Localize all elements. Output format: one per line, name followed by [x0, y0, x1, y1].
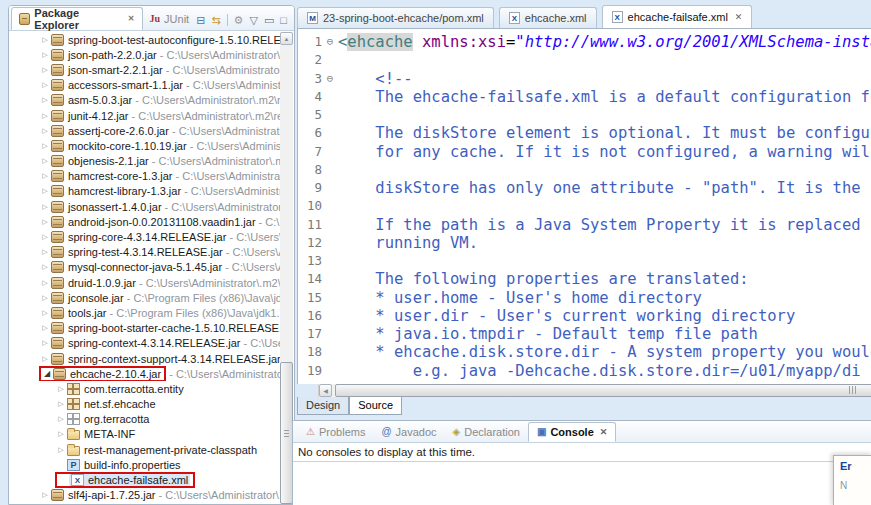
tree-item[interactable]: ▷spring-boot-test-autoconfigure-1.5.10.R…: [9, 32, 280, 47]
code-line[interactable]: 8: [298, 161, 871, 179]
editor-hscrollbar-track[interactable]: [332, 384, 871, 397]
expander-icon[interactable]: ▷: [39, 308, 51, 318]
tree-item[interactable]: ▷jsonassert-1.4.0.jar - C:\Users\Adminis…: [9, 199, 280, 214]
code-line[interactable]: 14 The following properties are translat…: [298, 270, 871, 288]
expander-icon[interactable]: ◢: [41, 369, 53, 379]
tree-item[interactable]: ▷objenesis-2.1.jar - C:\Users\Administra…: [9, 154, 280, 169]
expander-icon[interactable]: ▷: [39, 490, 51, 500]
code-line[interactable]: 13: [298, 252, 871, 270]
code-line[interactable]: 16 * user.dir - User's current working d…: [298, 307, 871, 325]
tree-item[interactable]: ▷spring-context-4.3.14.RELEASE.jar - C:\…: [9, 336, 280, 351]
tree-item[interactable]: build-info.properties: [9, 457, 280, 472]
expander-icon[interactable]: ▷: [39, 95, 51, 105]
tree-item[interactable]: ▷rest-management-private-classpath: [9, 442, 280, 457]
collapse-all-icon[interactable]: ⊟: [196, 15, 205, 26]
expander-icon[interactable]: ▷: [55, 384, 67, 394]
expander-icon[interactable]: ▷: [39, 278, 51, 288]
code-line[interactable]: 9 diskStore has only one attribute - "pa…: [298, 179, 871, 197]
tree-item[interactable]: ▷spring-test-4.3.14.RELEASE.jar - C:\Use…: [9, 245, 280, 260]
close-icon[interactable]: ✕: [600, 427, 608, 437]
code-line[interactable]: 1⊖<ehcache xmlns:xsi="http://www.w3.org/…: [298, 33, 871, 51]
tree-item[interactable]: ▷net.sf.ehcache: [9, 397, 280, 412]
tree-item[interactable]: [9, 503, 280, 504]
tree-item[interactable]: ▷druid-1.0.9.jar - C:\Users\Administrato…: [9, 275, 280, 290]
tree-item[interactable]: ▷mockito-core-1.10.19.jar - C:\Users\Adm…: [9, 138, 280, 153]
expander-icon[interactable]: ▷: [55, 414, 67, 424]
tree-item[interactable]: ▷com.terracotta.entity: [9, 381, 280, 396]
expander-icon[interactable]: ▷: [39, 293, 51, 303]
code-line[interactable]: 5: [298, 106, 871, 124]
expander-icon[interactable]: ▷: [39, 232, 51, 242]
tree-item[interactable]: ▷tools.jar - C:\Program Files (x86)\Java…: [9, 305, 280, 320]
code-line[interactable]: 19 e.g. java -Dehcache.disk.store.dir=/u…: [298, 362, 871, 380]
tree-item[interactable]: ▷hamcrest-library-1.3.jar - C:\Users\Adm…: [9, 184, 280, 199]
tree-item[interactable]: ▷junit-4.12.jar - C:\Users\Administrator…: [9, 108, 280, 123]
code-line[interactable]: 2: [298, 51, 871, 69]
code-line[interactable]: 4 The ehcache-failsafe.xml is a default …: [298, 88, 871, 106]
tab-design[interactable]: Design: [297, 397, 349, 415]
minimize-icon[interactable]: ▭: [264, 15, 274, 26]
expander-icon[interactable]: ▷: [39, 202, 51, 212]
tree-item[interactable]: ▷hamcrest-core-1.3.jar - C:\Users\Admini…: [9, 169, 280, 184]
editor-tab[interactable]: M23-spring-boot-ehcache/pom.xml: [297, 7, 494, 28]
tree-item[interactable]: ▷slf4j-api-1.7.25.jar - C:\Users\Adminis…: [9, 488, 280, 503]
expander-icon[interactable]: ▷: [39, 354, 51, 364]
expander-icon[interactable]: ▷: [39, 186, 51, 196]
code-line[interactable]: 17 * java.io.tmpdir - Default temp file …: [298, 325, 871, 343]
code-line[interactable]: 18 * ehcache.disk.store.dir - A system p…: [298, 343, 871, 361]
tab-package-explorer[interactable]: Package Explorer ✕: [11, 7, 143, 30]
notification-popup[interactable]: Er N: [833, 455, 871, 505]
editor-hscrollbar[interactable]: ◀: [318, 384, 871, 397]
expander-icon[interactable]: ▷: [39, 323, 51, 333]
expander-icon[interactable]: ▷: [39, 156, 51, 166]
code-line[interactable]: 3⊖ <!--: [298, 70, 871, 88]
expander-icon[interactable]: ▷: [55, 429, 67, 439]
tab-source[interactable]: Source: [349, 397, 402, 415]
tree-item[interactable]: ▷META-INF: [9, 427, 280, 442]
tree-item[interactable]: ▷spring-context-support-4.3.14.RELEASE.j…: [9, 351, 280, 366]
link-with-editor-icon[interactable]: ⇆: [211, 15, 220, 26]
expander-icon[interactable]: ▷: [39, 126, 51, 136]
expander-icon[interactable]: ▷: [39, 111, 51, 121]
code-line[interactable]: 11 If the path is a Java System Property…: [298, 216, 871, 234]
tab-problems[interactable]: ⚠Problems: [298, 422, 373, 442]
editor-hscrollbar-thumb[interactable]: [335, 384, 871, 397]
view-menu-icon[interactable]: ▽: [249, 15, 257, 26]
expander-icon[interactable]: ▷: [39, 171, 51, 181]
code-line[interactable]: 12 running VM.: [298, 234, 871, 252]
tree-item[interactable]: ▷spring-core-4.3.14.RELEASE.jar - C:\Use…: [9, 229, 280, 244]
expander-icon[interactable]: ▷: [55, 399, 67, 409]
scroll-up-icon[interactable]: ▲: [280, 32, 293, 45]
tree-item[interactable]: ▷json-path-2.2.0.jar - C:\Users\Administ…: [9, 47, 280, 62]
scroll-left-icon[interactable]: ◀: [319, 384, 332, 397]
expander-icon[interactable]: ▷: [39, 217, 51, 227]
maximize-icon[interactable]: □: [280, 15, 287, 26]
close-icon[interactable]: ✕: [735, 12, 743, 22]
tree-item[interactable]: ▷json-smart-2.2.1.jar - C:\Users\Adminis…: [9, 62, 280, 77]
tree-item[interactable]: ◢ehcache-2.10.4.jar - C:\Users\Administr…: [9, 366, 280, 381]
tree-item[interactable]: ▷asm-5.0.3.jar - C:\Users\Administrator\…: [9, 93, 280, 108]
expander-icon[interactable]: ▷: [39, 50, 51, 60]
tree-item[interactable]: ▷accessors-smart-1.1.jar - C:\Users\Admi…: [9, 78, 280, 93]
code-line[interactable]: 7 for any cache. If it is not configured…: [298, 143, 871, 161]
expander-icon[interactable]: ▷: [39, 262, 51, 272]
tree-item[interactable]: ▷mysql-connector-java-5.1.45.jar - C:\Us…: [9, 260, 280, 275]
tab-junit[interactable]: Ju JUnit: [143, 7, 197, 30]
expander-icon[interactable]: ▷: [39, 338, 51, 348]
tree-item[interactable]: ▷jconsole.jar - C:\Program Files (x86)\J…: [9, 290, 280, 305]
tree-item[interactable]: ▷spring-boot-starter-cache-1.5.10.RELEAS…: [9, 321, 280, 336]
code-line[interactable]: 6 The diskStore element is optional. It …: [298, 124, 871, 142]
tree-item[interactable]: ▷assertj-core-2.6.0.jar - C:\Users\Admin…: [9, 123, 280, 138]
tab-javadoc[interactable]: @Javadoc: [373, 422, 444, 442]
tree-item[interactable]: ▷android-json-0.0.20131108.vaadin1.jar -…: [9, 214, 280, 229]
expander-icon[interactable]: ▷: [55, 445, 67, 455]
editor-body[interactable]: 1⊖<ehcache xmlns:xsi="http://www.w3.org/…: [297, 28, 871, 384]
expander-icon[interactable]: ▷: [39, 35, 51, 45]
tab-declaration[interactable]: ◈Declaration: [445, 422, 528, 442]
expander-icon[interactable]: ▷: [39, 65, 51, 75]
expander-icon[interactable]: ▷: [39, 141, 51, 151]
fold-marker-icon[interactable]: ⊖: [322, 33, 338, 51]
tab-console[interactable]: ▣Console✕: [528, 422, 616, 442]
expander-icon[interactable]: ▷: [39, 247, 51, 257]
tree-item[interactable]: ehcache-failsafe.xml: [9, 472, 280, 487]
